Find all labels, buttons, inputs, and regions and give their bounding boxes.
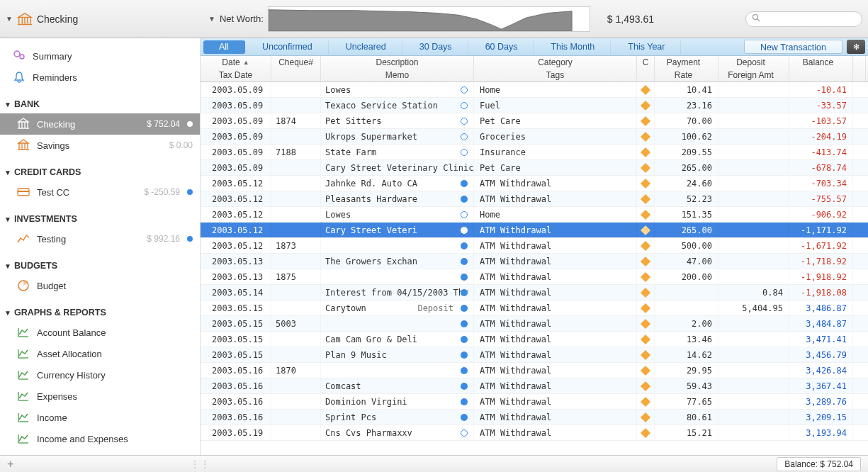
transaction-list[interactable]: 2003.05.09LowesHome10.41-10.412003.05.09… <box>201 82 868 455</box>
search-field[interactable] <box>745 11 862 27</box>
header-date[interactable]: Date▲ <box>201 56 271 69</box>
filter-this-month[interactable]: This Month <box>535 40 611 54</box>
new-transaction-button[interactable]: New Transaction <box>744 40 842 54</box>
sidebar-item-net-worth[interactable]: Net Worth <box>0 449 200 455</box>
transaction-row[interactable]: 2003.05.091874Pet SittersPet Care70.00-1… <box>201 113 868 129</box>
search-icon <box>752 13 760 24</box>
transaction-row[interactable]: 2003.05.16ComcastATM Withdrawal59.433,36… <box>201 378 868 394</box>
status-dot-icon <box>187 236 193 242</box>
status-circle-icon <box>461 320 468 327</box>
cleared-diamond-icon <box>641 240 650 250</box>
search-input[interactable] <box>765 14 856 24</box>
sidebar-item-label: Expenses <box>37 391 193 402</box>
transaction-row[interactable]: 2003.05.16Dominion VirginiATM Withdrawal… <box>201 394 868 410</box>
transaction-row[interactable]: 2003.05.09Cary Street Veterinary ClinicP… <box>201 160 868 176</box>
filter-60days[interactable]: 60 Days <box>470 40 534 54</box>
sidebar-item-income[interactable]: Income <box>0 407 200 428</box>
transaction-row[interactable]: 2003.05.09Texaco Service StationFuel23.1… <box>201 98 868 113</box>
status-circle-icon <box>461 118 468 125</box>
account-icon <box>17 118 30 130</box>
status-circle-icon <box>461 367 468 374</box>
chevron-down-icon[interactable]: ▼ <box>208 15 215 23</box>
status-circle-icon <box>461 398 468 405</box>
sidebar-resize-handle[interactable]: ⋮⋮ <box>191 459 210 469</box>
filter-uncleared[interactable]: Uncleared <box>330 40 402 54</box>
header-taxdate[interactable]: Tax Date <box>201 69 271 82</box>
header-memo[interactable]: Memo <box>321 69 474 82</box>
transaction-row[interactable]: 2003.05.097188State FarmInsurance209.55-… <box>201 145 868 160</box>
sidebar-item-account-balance[interactable]: Account Balance <box>0 322 200 343</box>
header-cheque[interactable]: Cheque# <box>271 56 321 69</box>
header-tags[interactable]: Tags <box>474 69 637 82</box>
transaction-row[interactable]: 2003.05.14Interest from 04/15/2003 ThrAT… <box>201 285 868 300</box>
transaction-description: Lowes <box>325 210 351 220</box>
disclosure-triangle-icon: ▼ <box>4 169 11 176</box>
transaction-memo: Deposit <box>417 303 453 313</box>
sidebar-item-summary[interactable]: Summary <box>0 45 200 67</box>
transaction-row[interactable]: 2003.05.19Cns Cvs PharmaxxvATM Withdrawa… <box>201 425 868 441</box>
sidebar-item-amount: $ 0.00 <box>169 140 193 150</box>
status-circle-icon <box>461 289 468 296</box>
sidebar-item-currency-history[interactable]: Currency History <box>0 364 200 386</box>
header-rate[interactable]: Rate <box>655 69 718 82</box>
transaction-row[interactable]: 2003.05.13The Growers ExchanATM Withdraw… <box>201 254 868 269</box>
transaction-row[interactable]: 2003.05.15Plan 9 MusicATM Withdrawal14.6… <box>201 347 868 363</box>
transaction-row[interactable]: 2003.05.16Sprint PcsATM Withdrawal80.613… <box>201 410 868 425</box>
transaction-description: Dominion Virgini <box>325 397 407 407</box>
transaction-description: Cary Street Veterinary Clinic <box>325 163 474 173</box>
status-circle-icon <box>461 86 468 94</box>
net-worth-sparkline[interactable] <box>268 6 590 32</box>
transaction-balance: -103.57 <box>811 116 847 126</box>
disclosure-triangle-icon: ▼ <box>4 215 11 223</box>
sidebar-item-testing[interactable]: Testing$ 992.16 <box>0 228 200 249</box>
header-deposit[interactable]: Deposit <box>718 56 789 69</box>
account-selector[interactable]: ▼ Checking <box>6 13 204 26</box>
sidebar-item-budget[interactable]: Budget <box>0 275 200 296</box>
header-balance[interactable]: Balance <box>789 56 853 69</box>
sidebar-item-reminders[interactable]: Reminders <box>0 67 200 88</box>
sidebar-group-reports[interactable]: ▼GRAPHS & REPORTS <box>0 303 200 322</box>
transaction-row[interactable]: 2003.05.15Cam Cam Gro & DeliATM Withdraw… <box>201 332 868 347</box>
transaction-row[interactable]: 2003.05.12Pleasants HardwareATM Withdraw… <box>201 191 868 207</box>
transaction-balance: 3,209.15 <box>806 412 847 422</box>
transaction-row[interactable]: 2003.05.12Jahnke Rd. Auto CAATM Withdraw… <box>201 176 868 191</box>
filter-30days[interactable]: 30 Days <box>404 40 468 54</box>
sidebar-item-income-and-expenses[interactable]: Income and Expenses <box>0 428 200 449</box>
transaction-row[interactable]: 2003.05.12Cary Street VeteriATM Withdraw… <box>201 223 868 238</box>
sidebar-item-test-cc[interactable]: Test CC$ -250.59 <box>0 181 200 203</box>
cleared-diamond-icon <box>641 162 650 172</box>
account-icon <box>17 432 30 445</box>
sidebar-group-investments[interactable]: ▼INVESTMENTS <box>0 210 200 228</box>
settings-button[interactable]: ✻ <box>847 40 865 54</box>
header-foreign[interactable]: Foreign Amt <box>718 69 789 82</box>
account-icon <box>17 347 30 360</box>
add-button[interactable]: + <box>7 458 13 471</box>
header-cleared[interactable]: C <box>637 56 655 69</box>
transaction-balance: -33.57 <box>816 101 847 111</box>
sidebar-group-budgets[interactable]: ▼BUDGETS <box>0 257 200 275</box>
filter-unconfirmed[interactable]: Unconfirmed <box>247 40 329 54</box>
filter-all[interactable]: All <box>203 40 245 54</box>
transaction-row[interactable]: 2003.05.09LowesHome10.41-10.41 <box>201 82 868 98</box>
transaction-row[interactable]: 2003.05.15CarytownDepositATM Withdrawal5… <box>201 300 868 316</box>
transaction-row[interactable]: 2003.05.121873ATM Withdrawal500.00-1,671… <box>201 238 868 254</box>
header-payment[interactable]: Payment <box>655 56 718 69</box>
status-circle-icon <box>461 102 468 109</box>
transaction-row[interactable]: 2003.05.161870ATM Withdrawal29.953,426.8… <box>201 363 868 378</box>
sidebar-item-asset-allocation[interactable]: Asset Allocation <box>0 343 200 364</box>
sidebar-group-credit[interactable]: ▼CREDIT CARDS <box>0 163 200 181</box>
transaction-row[interactable]: 2003.05.09Ukrops SupermarketGroceries100… <box>201 129 868 145</box>
sidebar-group-bank[interactable]: ▼BANK <box>0 95 200 113</box>
transaction-description: Texaco Service Station <box>325 101 438 111</box>
sidebar-item-checking[interactable]: Checking$ 752.04 <box>0 113 200 135</box>
header-description[interactable]: Description <box>321 56 474 69</box>
filter-this-year[interactable]: This Year <box>612 40 681 54</box>
transaction-row[interactable]: 2003.05.12LowesHome151.35-906.92 <box>201 207 868 223</box>
sidebar-item-expenses[interactable]: Expenses <box>0 386 200 407</box>
transaction-row[interactable]: 2003.05.131875ATM Withdrawal200.00-1,918… <box>201 269 868 285</box>
transaction-balance: 3,484.87 <box>806 319 847 329</box>
transaction-row[interactable]: 2003.05.155003ATM Withdrawal2.003,484.87 <box>201 316 868 332</box>
sidebar-item-savings[interactable]: Savings$ 0.00 <box>0 135 200 156</box>
header-category[interactable]: Category <box>474 56 637 69</box>
cleared-diamond-icon <box>641 147 650 157</box>
